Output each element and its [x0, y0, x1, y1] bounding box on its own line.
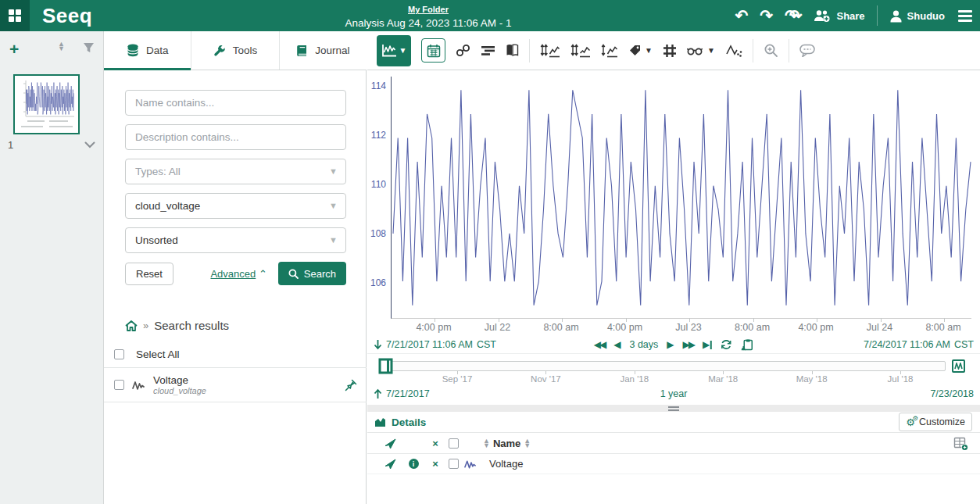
worksheet-thumbnail[interactable]	[13, 74, 80, 134]
timeline-end-date[interactable]: 7/23/2018	[930, 388, 974, 399]
home-icon[interactable]	[125, 320, 138, 331]
tag-button[interactable]: ▼	[628, 44, 653, 57]
one-yaxis-button[interactable]	[570, 44, 591, 58]
step-back-much-icon[interactable]: ◀◀	[594, 340, 605, 349]
result-name: Voltage	[153, 374, 206, 386]
labels-button[interactable]	[481, 45, 495, 57]
share-button[interactable]: Share	[813, 9, 864, 23]
range-duration[interactable]: 3 days	[629, 339, 658, 350]
samples-button[interactable]	[725, 44, 742, 58]
calendar-button[interactable]	[421, 38, 445, 63]
undo-icon[interactable]: ↶	[735, 8, 748, 23]
tab-data[interactable]: Data	[104, 31, 191, 70]
autoscale-button[interactable]	[601, 44, 618, 58]
pin-icon[interactable]	[345, 379, 357, 391]
add-worksheet-icon[interactable]: +	[9, 41, 19, 57]
document-title[interactable]: Analysis Aug 24, 2023 11:06 AM - 1	[295, 17, 562, 29]
zoom-button[interactable]	[764, 43, 778, 58]
datasource-select[interactable]: cloud_voltage ▼	[125, 193, 346, 219]
preview-button[interactable]: ▼	[687, 46, 715, 55]
description-contains-input[interactable]	[125, 124, 346, 150]
panel-tabs: Data Tools Journal	[104, 31, 367, 70]
details-signal-name: Voltage	[489, 458, 523, 470]
details-table-header: × ▲▼ Name ▲▼	[367, 434, 980, 454]
info-icon[interactable]: i	[409, 459, 419, 469]
remove-all-icon[interactable]: ×	[427, 438, 444, 449]
x-tick-label: 8:00 am	[735, 322, 770, 333]
refresh-icon[interactable]	[721, 339, 732, 350]
chart-plot-area[interactable]	[391, 77, 971, 319]
timeline-zoom-icon[interactable]	[952, 359, 965, 373]
name-column-label: Name	[493, 438, 520, 449]
sort-select[interactable]: Unsorted ▼	[125, 227, 346, 253]
user-icon	[889, 9, 903, 23]
details-row-checkbox[interactable]	[449, 459, 459, 469]
search-button[interactable]: Search	[278, 262, 346, 285]
compare-button[interactable]	[506, 44, 519, 57]
details-row-voltage[interactable]: i × Voltage	[367, 454, 980, 474]
panel-resize-handle[interactable]	[367, 405, 980, 412]
drag-handle-icon	[668, 406, 679, 411]
chevron-down-icon[interactable]	[84, 141, 95, 148]
seeq-logo[interactable]: Seeq	[42, 4, 92, 28]
trend-view-icon	[381, 44, 397, 58]
range-start[interactable]: 7/21/2017 11:06 AM CST	[374, 339, 496, 350]
copy-range-icon[interactable]	[741, 339, 753, 351]
timeline-start[interactable]: 7/21/2017	[374, 388, 430, 399]
details-select-all-checkbox[interactable]	[449, 438, 459, 449]
select-all-row[interactable]: Select All	[104, 341, 367, 368]
tab-tools[interactable]: Tools	[191, 31, 279, 70]
redo-icon[interactable]: ↷	[760, 8, 773, 23]
user-name: Shuduo	[907, 10, 945, 22]
x-tick-label: Jul 22	[485, 322, 510, 333]
step-forward-icon[interactable]: ▶	[667, 340, 674, 349]
y-tick-label: 106	[367, 277, 386, 288]
one-lane-button[interactable]	[540, 44, 560, 58]
step-forward-much-icon[interactable]: ▶▶	[683, 340, 694, 349]
trend-view-button[interactable]: ▼	[377, 35, 411, 66]
result-row-voltage[interactable]: Voltage cloud_voltage	[104, 368, 367, 402]
step-back-icon[interactable]: ◀	[613, 340, 621, 349]
wrench-icon	[213, 45, 226, 57]
timeline-track[interactable]	[383, 361, 946, 371]
timeline-duration[interactable]: 1 year	[660, 388, 688, 399]
sort-icon: ▲▼	[483, 439, 490, 448]
breadcrumb-folder-link[interactable]: My Folder	[408, 5, 449, 14]
remove-signal-icon[interactable]: ×	[427, 458, 444, 470]
timeline-handle-icon[interactable]	[378, 358, 394, 374]
name-column-header[interactable]: ▲▼ Name ▲▼	[483, 438, 531, 449]
timeline-tick-label: Mar '18	[708, 374, 738, 384]
name-contains-input[interactable]	[125, 90, 346, 116]
details-title[interactable]: Details	[374, 416, 426, 428]
menu-icon[interactable]	[957, 7, 974, 25]
link-button[interactable]	[456, 44, 470, 57]
user-menu[interactable]: Shuduo	[889, 9, 945, 23]
voltage-series-line	[392, 77, 972, 319]
range-end[interactable]: 7/24/2017 11:06 AM CST	[864, 339, 974, 350]
filter-icon[interactable]	[83, 42, 95, 54]
x-tick-label: 4:00 pm	[416, 322, 451, 333]
search-button-label: Search	[304, 268, 336, 280]
signal-icon	[463, 459, 478, 470]
types-select[interactable]: Types: All ▼	[125, 159, 346, 184]
reset-button[interactable]: Reset	[125, 263, 173, 285]
timeline-tick-label: Sep '17	[442, 374, 473, 384]
comment-button[interactable]	[799, 44, 815, 57]
sort-icon[interactable]: ▲▼	[58, 42, 65, 51]
send-all-icon[interactable]	[380, 438, 400, 449]
app-switcher-button[interactable]	[0, 0, 30, 31]
result-checkbox[interactable]	[114, 380, 124, 390]
header-actions: ↶ ↷ ↷↷ Share Shuduo	[735, 0, 974, 31]
one-lane-icon	[540, 44, 560, 58]
chevron-down-icon: ▼	[707, 47, 715, 55]
add-column-icon[interactable]	[953, 437, 969, 452]
link-icon	[456, 44, 470, 57]
send-signal-icon[interactable]	[380, 459, 400, 470]
forward-icon[interactable]: ↷↷	[785, 8, 794, 23]
step-to-end-icon[interactable]: ▶	[703, 340, 712, 349]
tab-journal[interactable]: Journal	[280, 31, 367, 70]
gridlines-button[interactable]	[663, 44, 677, 58]
advanced-link[interactable]: Advanced ⌃	[210, 268, 266, 280]
select-all-checkbox[interactable]	[114, 349, 124, 359]
customize-button[interactable]: ⚙⚙ Customize	[899, 413, 972, 431]
